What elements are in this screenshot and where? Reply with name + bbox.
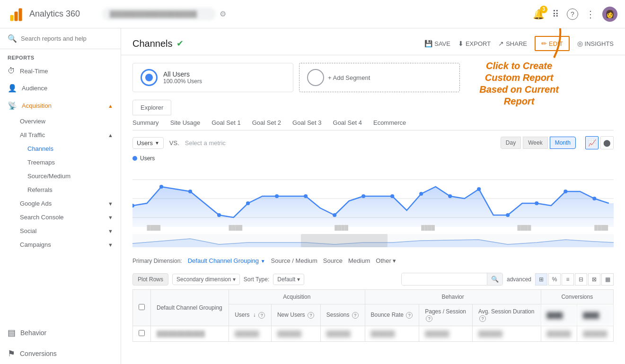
acquisition-label: Acquisition <box>22 102 52 109</box>
search-input[interactable] <box>21 35 113 42</box>
segment-circle <box>141 69 158 86</box>
dim-link-sourcemedium[interactable]: Source / Medium <box>271 257 317 264</box>
sidebar-item-realtime[interactable]: ⏱ Real-Time <box>0 62 121 79</box>
sidebar-item-campaigns[interactable]: Campaigns ▼ <box>20 238 121 251</box>
svg-point-12 <box>275 194 279 198</box>
sub-tab-goalset2[interactable]: Goal Set 2 <box>252 119 281 130</box>
sidebar-item-googleads[interactable]: Google Ads ▼ <box>20 197 121 210</box>
sidebar-item-referrals[interactable]: Referrals <box>27 183 121 197</box>
primary-dimension-active[interactable]: Default Channel Grouping ▼ <box>188 257 265 264</box>
view-btn-grid[interactable]: ⊞ <box>535 273 547 286</box>
sidebar-item-social[interactable]: Social ▼ <box>20 224 121 238</box>
pie-chart-btn[interactable]: ⬤ <box>600 136 614 149</box>
th-avg-session[interactable]: Avg. Session Duration ? <box>472 304 541 326</box>
view-btn-sparkline[interactable]: ▦ <box>601 273 614 286</box>
sidebar-item-all-traffic[interactable]: All Traffic ▲ <box>20 128 121 142</box>
save-button[interactable]: 💾 SAVE <box>424 40 450 47</box>
view-btn-compare[interactable]: ⊠ <box>588 273 600 286</box>
view-btn-lines[interactable]: ≡ <box>562 273 574 286</box>
select-all-checkbox[interactable] <box>139 304 145 310</box>
select-metric-placeholder[interactable]: Select a metric <box>185 139 226 147</box>
export-button[interactable]: ⬇ EXPORT <box>458 40 491 47</box>
sidebar-item-sourcemedium[interactable]: Source/Medium <box>27 169 121 183</box>
pages-session-help-icon[interactable]: ? <box>426 315 432 322</box>
explorer-tab[interactable]: Explorer <box>132 100 171 115</box>
th-bounce-rate[interactable]: Bounce Rate ? <box>365 304 419 326</box>
time-btn-day[interactable]: Day <box>501 137 521 149</box>
sort-default-select[interactable]: Default ▾ <box>273 274 304 285</box>
sidebar-item-channels[interactable]: Channels <box>27 142 121 156</box>
notifications-button[interactable]: 🔔 3 <box>533 9 545 20</box>
audience-icon: 👤 <box>8 84 17 93</box>
content-header: Channels ✔ 💾 SAVE ⬇ EXPORT ↗ SHARE ✏ <box>121 28 625 55</box>
view-buttons: ⊞ % ≡ ⊟ ⊠ ▦ <box>535 273 614 286</box>
row-checkbox-input[interactable] <box>139 330 145 336</box>
data-table: Default Channel Grouping Acquisition Beh… <box>132 289 614 342</box>
svg-point-10 <box>217 213 221 217</box>
share-button[interactable]: ↗ SHARE <box>498 40 527 47</box>
all-traffic-sub: Channels Treemaps Source/Medium Referral… <box>20 142 121 197</box>
view-btn-percent[interactable]: % <box>548 273 561 286</box>
dim-link-other[interactable]: Other ▾ <box>376 257 396 264</box>
th-pages-session[interactable]: Pages / Session ? <box>419 304 473 326</box>
dim-link-medium[interactable]: Medium <box>348 257 370 264</box>
googleads-chevron: ▼ <box>108 201 113 207</box>
users-help-icon[interactable]: ? <box>258 312 265 319</box>
time-btn-week[interactable]: Week <box>523 137 547 149</box>
sub-tab-siteusage[interactable]: Site Usage <box>170 119 201 130</box>
sidebar-item-searchconsole[interactable]: Search Console ▼ <box>20 210 121 224</box>
more-vert-icon[interactable]: ⋮ <box>586 9 595 20</box>
grid-icon[interactable]: ⠿ <box>552 9 559 20</box>
row-users: ██████ <box>229 326 272 342</box>
sort-type-label: Sort Type: <box>244 276 269 283</box>
sub-tab-goalset3[interactable]: Goal Set 3 <box>292 119 321 130</box>
view-btn-pivot[interactable]: ⊟ <box>575 273 587 286</box>
sidebar-item-treemaps[interactable]: Treemaps <box>27 156 121 169</box>
advanced-link[interactable]: advanced <box>507 276 531 283</box>
sub-tab-goalset4[interactable]: Goal Set 4 <box>333 119 362 130</box>
sub-tab-ecommerce[interactable]: Ecommerce <box>373 119 406 130</box>
sidebar-search-bar[interactable]: 🔍 <box>0 28 121 49</box>
segment-all-users: All Users 100.00% Users <box>132 63 293 92</box>
svg-point-11 <box>246 201 250 205</box>
svg-point-16 <box>390 194 394 198</box>
new-users-help-icon[interactable]: ? <box>308 312 314 319</box>
reports-section-label: REPORTS <box>0 49 121 62</box>
row-checkbox <box>133 326 151 342</box>
avg-session-help-icon[interactable]: ? <box>479 315 486 322</box>
table-search-button[interactable]: 🔍 <box>487 273 502 285</box>
top-bar-center: ████████████████████ ⚙ <box>102 8 533 20</box>
dim-link-source[interactable]: Source <box>323 257 343 264</box>
time-btn-month[interactable]: Month <box>550 137 576 149</box>
help-icon[interactable]: ? <box>567 9 578 20</box>
sidebar-item-conversions[interactable]: ⚑ Conversions <box>0 343 121 364</box>
svg-text:████: ████ <box>421 225 435 231</box>
line-chart-btn[interactable]: 📈 <box>585 136 599 149</box>
user-avatar[interactable]: 👩 <box>602 7 617 22</box>
svg-text:████: ████ <box>335 225 349 231</box>
sessions-help-icon[interactable]: ? <box>352 312 359 319</box>
secondary-dimension-select[interactable]: Secondary dimension ▾ <box>172 274 240 285</box>
table-search-input[interactable] <box>402 274 487 285</box>
add-segment-button[interactable]: + Add Segment <box>299 63 460 92</box>
sidebar-item-acquisition[interactable]: 📡 Acquisition ▲ <box>0 97 121 114</box>
audience-label: Audience <box>22 85 47 92</box>
edit-button[interactable]: ✏ EDIT <box>535 36 570 51</box>
th-new-users[interactable]: New Users ? <box>271 304 320 326</box>
users-legend: Users <box>132 155 614 162</box>
th-users[interactable]: Users ↓ ? <box>229 304 272 326</box>
sub-tab-goalset1[interactable]: Goal Set 1 <box>211 119 240 130</box>
bounce-rate-help-icon[interactable]: ? <box>406 312 413 319</box>
insights-button[interactable]: ◎ INSIGHTS <box>577 40 614 47</box>
header-actions: 💾 SAVE ⬇ EXPORT ↗ SHARE ✏ EDIT ◎ INSI <box>424 36 614 51</box>
th-sessions[interactable]: Sessions ? <box>320 304 365 326</box>
sidebar-item-audience[interactable]: 👤 Audience <box>0 79 121 97</box>
metric-select-users[interactable]: Users ▼ <box>132 137 164 149</box>
sidebar-item-overview[interactable]: Overview <box>20 114 121 128</box>
plot-rows-button[interactable]: Plot Rows <box>132 273 168 286</box>
sidebar-item-behavior[interactable]: ▤ Behavior <box>0 322 121 343</box>
searchconsole-chevron: ▼ <box>108 215 113 220</box>
sub-tab-summary[interactable]: Summary <box>132 119 159 130</box>
settings-icon[interactable]: ⚙ <box>220 9 226 18</box>
top-bar-right: 🔔 3 ⠿ ? ⋮ 👩 <box>533 7 617 22</box>
